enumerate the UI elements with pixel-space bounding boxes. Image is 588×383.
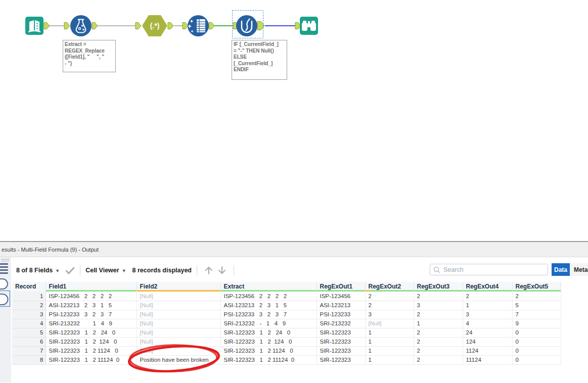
- table-cell[interactable]: SRI-213232 1 4 9: [46, 319, 137, 328]
- table-cell[interactable]: SIR-122323: [316, 346, 365, 355]
- table-cell[interactable]: SIR-122323 1 2 1124 0: [46, 346, 137, 355]
- table-cell[interactable]: 2: [414, 337, 463, 346]
- table-cell[interactable]: 3: [414, 301, 463, 310]
- table-cell[interactable]: [Null]: [137, 319, 220, 328]
- column-header-record[interactable]: Record: [12, 282, 46, 292]
- table-cell[interactable]: ASI-123213 2 3 1 5: [220, 301, 316, 310]
- search-input[interactable]: [442, 264, 546, 275]
- grip-icon[interactable]: [1, 259, 9, 262]
- output-anchor[interactable]: [168, 23, 173, 29]
- table-cell[interactable]: 1: [365, 355, 414, 364]
- multi-field-formula-tool[interactable]: [236, 15, 257, 36]
- browse-tool[interactable]: [300, 17, 318, 35]
- column-header-extract[interactable]: Extract: [220, 282, 316, 292]
- table-cell[interactable]: 2: [463, 292, 512, 301]
- table-cell[interactable]: 4: [463, 319, 512, 328]
- column-header-regexout5[interactable]: RegExOut5: [512, 282, 561, 292]
- table-cell[interactable]: PSI-123233: [316, 310, 365, 319]
- table-cell[interactable]: PSI-123233 3 2 3 7: [46, 310, 137, 319]
- column-header-regexout3[interactable]: RegExOut3: [414, 282, 463, 292]
- table-cell[interactable]: 11124: [463, 355, 512, 364]
- apply-check-icon[interactable]: [66, 267, 75, 274]
- scroll-down-icon[interactable]: [217, 266, 227, 275]
- table-cell[interactable]: 9: [512, 319, 561, 328]
- table-cell[interactable]: ASI-123213 2 3 1 5: [46, 301, 137, 310]
- output-anchor[interactable]: [44, 23, 50, 29]
- output-anchor-button[interactable]: [0, 293, 10, 307]
- column-header-field1[interactable]: Field1: [46, 282, 137, 292]
- table-cell[interactable]: SIR-122323 1 2 24 0: [220, 328, 316, 337]
- table-cell[interactable]: SIR-122323 1 2 1124 0: [220, 346, 316, 355]
- table-cell[interactable]: 1: [414, 319, 463, 328]
- table-cell[interactable]: [Null]: [137, 337, 220, 346]
- cell-viewer-dropdown[interactable]: Cell Viewer ▼: [85, 267, 126, 274]
- input-anchor[interactable]: [64, 23, 70, 29]
- record-number[interactable]: 7: [12, 346, 46, 355]
- table-cell[interactable]: 2: [414, 310, 463, 319]
- table-cell[interactable]: 3: [365, 310, 414, 319]
- table-cell[interactable]: [Null]: [137, 292, 220, 301]
- table-cell[interactable]: 2: [414, 292, 463, 301]
- output-anchor[interactable]: [92, 23, 98, 29]
- table-cell[interactable]: 7: [512, 310, 561, 319]
- input-anchor-button[interactable]: [0, 278, 10, 291]
- table-cell[interactable]: ISP-123456: [316, 292, 365, 301]
- fields-dropdown[interactable]: 8 of 8 Fields ▼: [16, 267, 60, 274]
- table-cell[interactable]: SIR-122323: [316, 355, 365, 364]
- table-cell[interactable]: SIR-122323 1 2 124 0: [220, 337, 316, 346]
- table-cell[interactable]: Position have been broken: [137, 355, 220, 364]
- table-cell[interactable]: SIR-122323: [316, 328, 365, 337]
- input-anchor[interactable]: [135, 23, 141, 29]
- table-cell[interactable]: 2: [512, 292, 561, 301]
- table-cell[interactable]: ISP-123456 2 2 2 2: [46, 292, 137, 301]
- table-cell[interactable]: 0: [512, 337, 561, 346]
- tab-data[interactable]: Data: [552, 263, 570, 276]
- table-cell[interactable]: SRI-213232: [316, 319, 365, 328]
- table-cell[interactable]: SIR-122323 1 2 11124 0: [220, 355, 316, 364]
- record-number[interactable]: 3: [12, 310, 46, 319]
- table-cell[interactable]: 2: [414, 328, 463, 337]
- table-cell[interactable]: SIR-122323 1 2 11124 0: [46, 355, 137, 364]
- table-cell[interactable]: 1: [365, 337, 414, 346]
- table-cell[interactable]: 2: [365, 292, 414, 301]
- output-anchor[interactable]: [209, 23, 214, 29]
- table-cell[interactable]: 0: [512, 355, 561, 364]
- tab-metadata[interactable]: Metadata: [570, 263, 588, 276]
- table-cell[interactable]: 5: [512, 301, 561, 310]
- regex-tool[interactable]: (.*): [142, 15, 167, 36]
- table-cell[interactable]: 1: [365, 328, 414, 337]
- scroll-up-icon[interactable]: [204, 266, 213, 275]
- workflow-canvas[interactable]: (.*): [0, 0, 588, 241]
- table-cell[interactable]: 0: [512, 328, 561, 337]
- formula-tool[interactable]: [70, 15, 92, 36]
- table-cell[interactable]: 0: [512, 346, 561, 355]
- table-cell[interactable]: [Null]: [137, 310, 220, 319]
- table-cell[interactable]: 3: [463, 310, 512, 319]
- table-cell[interactable]: [Null]: [137, 301, 220, 310]
- table-cell[interactable]: SRI-213232 - 1 4 9: [220, 319, 316, 328]
- table-cell[interactable]: ASI-123213: [316, 301, 365, 310]
- column-header-regexout2[interactable]: RegExOut2: [365, 282, 414, 292]
- record-number[interactable]: 5: [12, 328, 46, 337]
- record-number[interactable]: 4: [12, 319, 46, 328]
- table-cell[interactable]: SIR-122323 1 2 24 0: [46, 328, 137, 337]
- table-cell[interactable]: 1: [365, 346, 414, 355]
- messages-icon[interactable]: [0, 263, 8, 275]
- column-header-regexout1[interactable]: RegExOut1: [316, 282, 365, 292]
- table-cell[interactable]: 124: [463, 337, 512, 346]
- formula-annotation[interactable]: Extract = REGEX_Replace ([Field1], " ", …: [63, 40, 116, 72]
- text-to-columns-tool[interactable]: [188, 15, 209, 36]
- table-cell[interactable]: 24: [463, 328, 512, 337]
- table-cell[interactable]: [Null]: [137, 328, 220, 337]
- table-cell[interactable]: 1124: [463, 346, 512, 355]
- column-header-regexout4[interactable]: RegExOut4: [463, 282, 512, 292]
- table-cell[interactable]: [Null]: [137, 346, 220, 355]
- record-number[interactable]: 6: [12, 337, 46, 346]
- record-number[interactable]: 8: [12, 355, 46, 364]
- multi-field-annotation[interactable]: IF [_CurrentField_] = "-" THEN Null() EL…: [232, 40, 287, 80]
- table-cell[interactable]: 2: [414, 346, 463, 355]
- table-cell[interactable]: [Null]: [365, 319, 414, 328]
- record-number[interactable]: 2: [12, 301, 46, 310]
- table-cell[interactable]: 2: [365, 301, 414, 310]
- input-data-tool[interactable]: [25, 17, 43, 35]
